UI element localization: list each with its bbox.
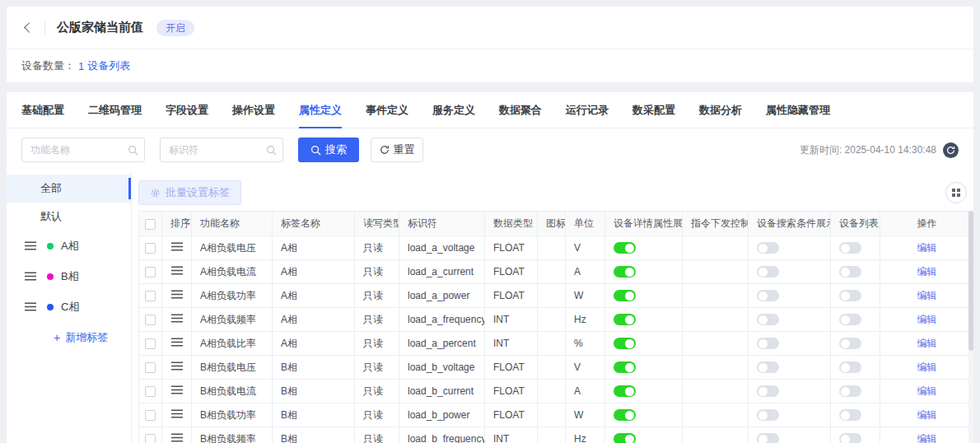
- tab-0[interactable]: 基础配置: [21, 92, 64, 128]
- row-checkbox[interactable]: [145, 243, 156, 254]
- tab-11[interactable]: 属性隐藏管理: [766, 92, 830, 128]
- search-button[interactable]: 搜索: [298, 138, 359, 162]
- edit-link[interactable]: 编辑: [917, 290, 937, 301]
- table-toolbar: 批量设置标签: [138, 178, 973, 208]
- reset-button[interactable]: 重置: [371, 138, 423, 162]
- toggle-on[interactable]: [614, 338, 636, 349]
- batch-set-tags-button[interactable]: 批量设置标签: [138, 180, 241, 205]
- toggle-off[interactable]: [839, 409, 861, 421]
- toggle-off[interactable]: [757, 361, 779, 373]
- row-drag-handle-icon[interactable]: [171, 361, 183, 371]
- toggle-off[interactable]: [757, 385, 779, 397]
- cell-command-control: [683, 380, 749, 403]
- row-checkbox[interactable]: [145, 315, 156, 325]
- toggle-on[interactable]: [614, 266, 636, 277]
- row-checkbox[interactable]: [145, 338, 156, 349]
- sidebar-tag-1[interactable]: B相: [7, 261, 131, 291]
- tab-10[interactable]: 数据分析: [699, 92, 742, 128]
- toggle-off[interactable]: [839, 433, 861, 443]
- edit-link[interactable]: 编辑: [917, 361, 937, 373]
- row-drag-handle-icon[interactable]: [171, 385, 183, 394]
- cell-name: A相负载功率: [192, 284, 273, 308]
- cell-identifier: load_a_frequency: [399, 308, 485, 332]
- toggle-off[interactable]: [839, 385, 861, 397]
- cell-tag: B相: [273, 427, 355, 443]
- tag-label: C相: [61, 300, 79, 315]
- cell-command-control: [683, 236, 749, 260]
- column-settings-button[interactable]: [945, 182, 967, 203]
- edit-link[interactable]: 编辑: [917, 266, 937, 277]
- row-drag-handle-icon[interactable]: [171, 433, 183, 442]
- toggle-off[interactable]: [757, 242, 779, 254]
- toggle-on[interactable]: [614, 385, 636, 397]
- sidebar-tag-0[interactable]: A相: [7, 231, 131, 261]
- tab-8[interactable]: 运行记录: [566, 92, 609, 128]
- cell-datatype: INT: [485, 308, 538, 332]
- vertical-scrollbar[interactable]: [968, 211, 973, 443]
- row-drag-handle-icon[interactable]: [171, 290, 183, 299]
- toggle-off[interactable]: [839, 242, 861, 254]
- row-checkbox[interactable]: [145, 386, 156, 397]
- sidebar-tag-2[interactable]: C相: [7, 291, 131, 322]
- edit-link[interactable]: 编辑: [917, 409, 937, 421]
- cell-datatype: FLOAT: [485, 403, 538, 427]
- toggle-off[interactable]: [839, 314, 861, 325]
- col-header-action: 操作: [880, 212, 974, 236]
- toggle-off[interactable]: [839, 290, 861, 301]
- select-all-checkbox[interactable]: [145, 219, 156, 230]
- tab-6[interactable]: 服务定义: [432, 92, 475, 128]
- row-checkbox[interactable]: [145, 410, 156, 421]
- row-drag-handle-icon[interactable]: [171, 266, 183, 275]
- toggle-off[interactable]: [839, 338, 861, 349]
- refresh-time-icon[interactable]: [943, 142, 959, 158]
- toggle-off[interactable]: [757, 433, 779, 443]
- row-checkbox[interactable]: [145, 267, 156, 277]
- toggle-off[interactable]: [757, 266, 779, 277]
- identifier-input[interactable]: [160, 138, 283, 162]
- row-checkbox[interactable]: [145, 291, 156, 301]
- row-checkbox[interactable]: [145, 362, 156, 373]
- edit-link[interactable]: 编辑: [917, 314, 937, 325]
- toggle-off[interactable]: [757, 409, 779, 421]
- drag-handle-icon[interactable]: [25, 241, 36, 250]
- edit-link[interactable]: 编辑: [917, 433, 937, 443]
- toggle-on[interactable]: [614, 433, 636, 443]
- function-name-input[interactable]: [21, 138, 145, 162]
- toggle-off[interactable]: [757, 338, 779, 349]
- toggle-on[interactable]: [614, 314, 636, 325]
- tag-color-dot: [47, 304, 54, 310]
- device-list-link[interactable]: 设备列表: [87, 58, 130, 73]
- toggle-off[interactable]: [757, 314, 779, 325]
- row-drag-handle-icon[interactable]: [171, 314, 183, 323]
- row-drag-handle-icon[interactable]: [171, 242, 183, 251]
- toggle-on[interactable]: [614, 290, 636, 301]
- drag-handle-icon[interactable]: [25, 272, 36, 281]
- scrollbar-thumb[interactable]: [968, 211, 973, 351]
- gear-icon: [150, 188, 161, 198]
- row-drag-handle-icon[interactable]: [171, 409, 183, 418]
- tab-2[interactable]: 字段设置: [166, 92, 208, 128]
- tab-1[interactable]: 二维码管理: [88, 92, 142, 128]
- edit-link[interactable]: 编辑: [917, 242, 937, 254]
- edit-link[interactable]: 编辑: [917, 338, 937, 349]
- cell-detail-display: [605, 356, 683, 380]
- toggle-on[interactable]: [614, 242, 636, 254]
- tab-5[interactable]: 事件定义: [366, 92, 408, 128]
- drag-handle-icon[interactable]: [25, 302, 36, 311]
- toggle-on[interactable]: [614, 409, 636, 421]
- toggle-on[interactable]: [614, 361, 636, 373]
- back-icon[interactable]: [21, 21, 35, 35]
- add-tag-button[interactable]: + 新增标签: [7, 322, 131, 352]
- sidebar-item-default[interactable]: 默认: [7, 203, 131, 231]
- tab-9[interactable]: 数采配置: [632, 92, 675, 128]
- tab-7[interactable]: 数据聚合: [499, 92, 542, 128]
- toggle-off[interactable]: [839, 266, 861, 277]
- edit-link[interactable]: 编辑: [917, 385, 937, 397]
- tab-3[interactable]: 操作设置: [232, 92, 275, 128]
- row-drag-handle-icon[interactable]: [171, 338, 183, 347]
- row-checkbox[interactable]: [145, 434, 156, 443]
- toggle-off[interactable]: [757, 290, 779, 301]
- tab-4[interactable]: 属性定义: [299, 92, 342, 128]
- toggle-off[interactable]: [839, 361, 861, 373]
- sidebar-item-all[interactable]: 全部: [7, 175, 131, 203]
